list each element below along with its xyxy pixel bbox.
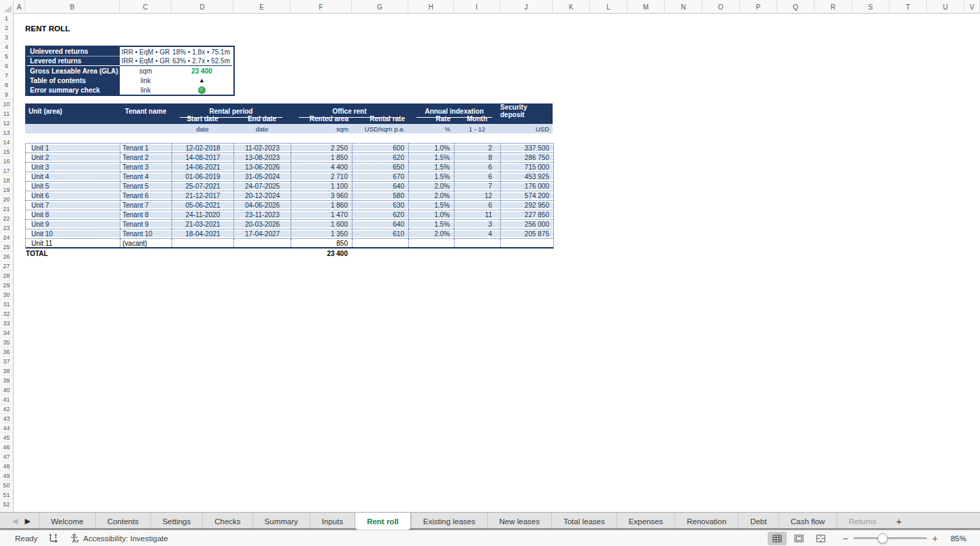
column-header-L[interactable]: L	[590, 0, 627, 14]
cell-end[interactable]: 24-07-2025	[234, 182, 291, 191]
cell-start[interactable]: 18-04-2021	[172, 229, 234, 238]
row-header-13[interactable]: 13	[0, 128, 13, 138]
cell-index_rate[interactable]: 1.5%	[409, 201, 455, 210]
summary-value-cell[interactable]: ▲	[172, 76, 232, 85]
cell-unit[interactable]: Unit 6	[26, 191, 120, 200]
row-header-44[interactable]: 44	[0, 423, 13, 433]
row-header-5[interactable]: 5	[0, 52, 13, 61]
column-header-I[interactable]: I	[454, 0, 500, 14]
cell-start[interactable]: 14-08-2017	[172, 153, 234, 162]
tab-rent-roll[interactable]: Rent roll	[355, 513, 411, 530]
normal-view-button[interactable]	[768, 532, 787, 545]
column-header-G[interactable]: G	[352, 0, 408, 14]
page-layout-view-button[interactable]	[789, 532, 808, 545]
row-header-36[interactable]: 36	[0, 347, 13, 357]
cell-unit[interactable]: Unit 10	[26, 229, 120, 238]
row-header-21[interactable]: 21	[0, 204, 13, 214]
cell-end[interactable]: 04-06-2026	[234, 201, 291, 210]
cell-tenant[interactable]: Tenant 9	[120, 220, 172, 229]
page-break-preview-button[interactable]	[811, 532, 830, 545]
subheader-cell[interactable]: End date	[233, 114, 291, 124]
tab-new-leases[interactable]: New leases	[487, 513, 551, 530]
cell-area[interactable]: 3 960	[291, 191, 353, 200]
total-area-cell[interactable]: 23 400	[291, 248, 352, 258]
column-header-H[interactable]: H	[408, 0, 454, 14]
tab-checks[interactable]: Checks	[202, 513, 252, 530]
cell-rate[interactable]: 630	[353, 201, 409, 210]
cell-area[interactable]: 1 470	[291, 210, 353, 219]
row-header-34[interactable]: 34	[0, 328, 13, 338]
cell-area[interactable]: 1 850	[291, 153, 353, 162]
cell-tenant[interactable]: Tenant 1	[120, 144, 172, 152]
cell-start[interactable]: 21-12-2017	[172, 191, 234, 200]
cell-deposit[interactable]: 176 000	[501, 182, 553, 191]
summary-unit-cell[interactable]: sqm	[120, 66, 172, 76]
column-header-T[interactable]: T	[889, 0, 927, 14]
zoom-out-button[interactable]: −	[843, 533, 848, 544]
column-header-N[interactable]: N	[665, 0, 702, 14]
subheader-cell[interactable]: Month	[454, 114, 500, 124]
cell-end[interactable]: 20-12-2024	[234, 191, 291, 200]
subheader-cell[interactable]	[120, 114, 172, 124]
summary-value-cell[interactable]: 63% • 2.7x • 52.5m	[172, 57, 232, 66]
cell-unit[interactable]: Unit 5	[26, 182, 120, 191]
select-all-corner[interactable]	[0, 0, 14, 14]
summary-label-cell[interactable]: Gross Leasable Area (GLA)	[27, 66, 120, 76]
column-header-D[interactable]: D	[172, 0, 233, 14]
cell-index_month[interactable]: 2	[455, 144, 501, 152]
cell-rate[interactable]: 620	[353, 153, 409, 162]
row-header-23[interactable]: 23	[0, 223, 13, 233]
row-header-26[interactable]: 26	[0, 252, 13, 261]
tab-summary[interactable]: Summary	[252, 513, 310, 530]
column-header-F[interactable]: F	[291, 0, 352, 14]
cell-rate[interactable]: 640	[353, 182, 409, 191]
cell-index_month[interactable]	[455, 239, 501, 247]
row-header-47[interactable]: 47	[0, 452, 13, 462]
row-header-52[interactable]: 52	[0, 500, 13, 509]
next-sheet-arrow-icon[interactable]: ▶	[24, 517, 30, 526]
cell-tenant[interactable]: (vacant)	[120, 239, 172, 247]
row-header-3[interactable]: 3	[0, 33, 13, 42]
row-header-10[interactable]: 10	[0, 99, 13, 109]
summary-unit-cell[interactable]: link	[120, 85, 172, 95]
zoom-slider[interactable]	[853, 537, 927, 539]
row-header-30[interactable]: 30	[0, 290, 13, 300]
cell-start[interactable]: 25-07-2021	[172, 182, 234, 191]
column-header-K[interactable]: K	[553, 0, 590, 14]
cell-tenant[interactable]: Tenant 5	[120, 182, 172, 191]
cell-tenant[interactable]: Tenant 6	[120, 191, 172, 200]
cell-end[interactable]	[234, 239, 291, 247]
cell-index_rate[interactable]: 1.0%	[409, 144, 455, 152]
cell-end[interactable]: 11-02-2023	[234, 144, 291, 152]
cell-deposit[interactable]: 715 000	[501, 163, 553, 172]
summary-unit-cell[interactable]: link	[120, 76, 172, 85]
row-header-39[interactable]: 39	[0, 376, 13, 385]
units-cell[interactable]: USD	[500, 124, 553, 133]
cell-rate[interactable]	[353, 239, 409, 247]
column-header-B[interactable]: B	[25, 0, 120, 14]
row-header-17[interactable]: 17	[0, 166, 13, 176]
column-header-S[interactable]: S	[852, 0, 889, 14]
cell-tenant[interactable]: Tenant 4	[120, 172, 172, 181]
cell-end[interactable]: 23-11-2023	[234, 210, 291, 219]
row-header-49[interactable]: 49	[0, 471, 13, 481]
cell-index_rate[interactable]: 1.5%	[409, 220, 455, 229]
cell-unit[interactable]: Unit 7	[26, 201, 120, 210]
cell-unit[interactable]: Unit 3	[26, 163, 120, 172]
cell-deposit[interactable]: 292 950	[501, 201, 553, 210]
row-header-4[interactable]: 4	[0, 42, 13, 52]
cell-index_rate[interactable]: 1.5%	[409, 163, 455, 172]
column-header-J[interactable]: J	[500, 0, 553, 14]
cell-rate[interactable]: 600	[353, 144, 409, 152]
row-header-31[interactable]: 31	[0, 300, 13, 309]
units-cell[interactable]: USD/sqm p.a.	[352, 124, 408, 133]
cell-index_rate[interactable]: 2.0%	[409, 229, 455, 238]
cell-area[interactable]: 1 100	[291, 182, 353, 191]
cell-deposit[interactable]: 286 750	[501, 153, 553, 162]
row-header-18[interactable]: 18	[0, 176, 13, 185]
units-cell[interactable]: %	[408, 124, 454, 133]
row-header-40[interactable]: 40	[0, 385, 13, 395]
row-header-24[interactable]: 24	[0, 233, 13, 242]
column-header-E[interactable]: E	[233, 0, 291, 14]
column-header-U[interactable]: U	[927, 0, 964, 14]
